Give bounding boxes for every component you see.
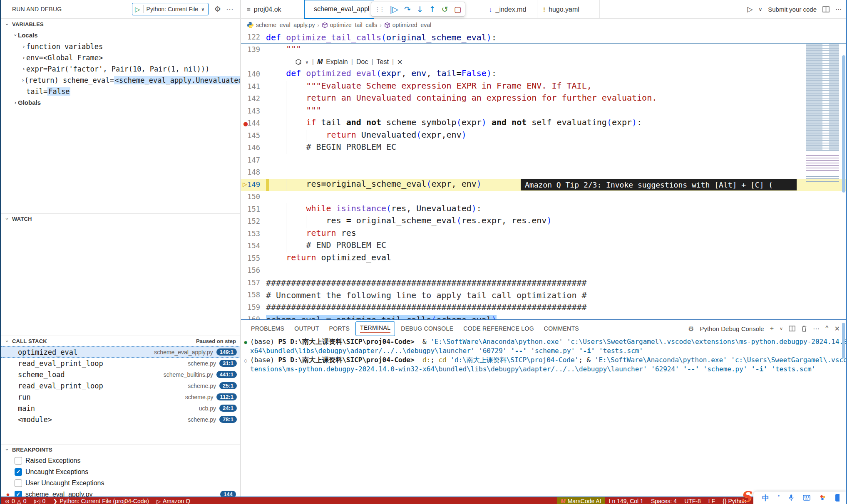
step-out-icon[interactable]: ↑: [429, 5, 436, 13]
code-editor[interactable]: 122 def optimize_tail_calls(original_sch…: [241, 31, 846, 319]
chevron-down-icon[interactable]: ›: [4, 22, 10, 27]
stack-frame-row[interactable]: read_eval_print_loop scheme.py 31:1: [1, 358, 240, 369]
amazon-q-status[interactable]: ▷ Amazon Q: [153, 497, 194, 504]
variable-row[interactable]: ›Locals: [1, 30, 240, 41]
ports-status[interactable]: 0: [30, 497, 50, 504]
panel-tab-terminal[interactable]: TERMINAL: [355, 321, 395, 336]
run-dropdown-chevron-icon[interactable]: ∨: [758, 7, 762, 12]
split-terminal-icon[interactable]: [789, 326, 795, 331]
sogou-logo-icon[interactable]: S: [740, 488, 751, 504]
gutter[interactable]: 140: [241, 68, 266, 81]
keyboard-icon[interactable]: [803, 495, 810, 501]
gutter[interactable]: 152: [241, 215, 266, 228]
drag-grip-icon[interactable]: ⋮⋮: [375, 6, 384, 12]
terminal-dropdown-chevron-icon[interactable]: ∨: [780, 326, 783, 331]
stack-frame-row[interactable]: run scheme.py 112:1: [1, 391, 240, 403]
variable-row[interactable]: ›env = <Global Frame>: [1, 52, 240, 63]
breadcrumb-item[interactable]: optimize_tail_calls: [322, 22, 378, 28]
scrollbar-thumb[interactable]: [842, 55, 845, 193]
more-actions-icon[interactable]: ⋯: [226, 5, 233, 14]
python-interpreter-status[interactable]: ❯ Python: Current File (proj04-Code): [49, 497, 153, 504]
gutter[interactable]: ●144: [241, 117, 266, 130]
stop-icon[interactable]: ▢: [454, 5, 462, 13]
gutter[interactable]: 158: [241, 289, 266, 301]
chevron-down-icon[interactable]: ›: [4, 447, 10, 452]
minimap[interactable]: [804, 31, 841, 319]
breakpoints-header[interactable]: › BREAKPOINTS: [1, 444, 240, 455]
chevron-down-icon[interactable]: ›: [12, 33, 19, 38]
gutter[interactable]: 157: [241, 277, 266, 289]
terminal[interactable]: ● (base) PS D:\南大上课资料\SICP\proj04-Code> …: [241, 338, 846, 497]
chevron-down-icon[interactable]: ›: [4, 217, 10, 222]
step-over-icon[interactable]: ↷: [404, 5, 411, 13]
debug-config-label[interactable]: Python: Current File: [147, 6, 199, 12]
breakpoint-checkbox[interactable]: ✓: [15, 491, 22, 497]
codelens-action[interactable]: Test: [377, 58, 389, 66]
panel-tab-ports[interactable]: PORTS: [325, 323, 354, 334]
codelens-action[interactable]: Explain: [326, 58, 348, 66]
variable-row[interactable]: tail = False: [1, 86, 240, 97]
indentation-status[interactable]: Spaces: 4: [647, 497, 681, 504]
gear-icon[interactable]: ⚙: [214, 5, 221, 14]
panel-tab-problems[interactable]: PROBLEMS: [247, 323, 288, 334]
stack-frame-row[interactable]: main ucb.py 24:1: [1, 403, 240, 414]
toolbar-more-icon[interactable]: [835, 494, 840, 502]
editor-tab-hugo.yaml[interactable]: !hugo.yaml: [537, 0, 600, 19]
gutter[interactable]: 139: [241, 44, 266, 56]
panel-tab-code-reference-log[interactable]: CODE REFERENCE LOG: [459, 323, 538, 334]
gutter[interactable]: 151: [241, 203, 266, 216]
breadcrumb-item[interactable]: optimized_eval: [384, 22, 431, 28]
breakpoint-row[interactable]: ✓ Uncaught Exceptions: [1, 466, 240, 477]
gutter[interactable]: 154: [241, 240, 266, 252]
panel-tab-comments[interactable]: COMMENTS: [540, 323, 583, 334]
debug-config-dropdown[interactable]: ▷ Python: Current File ∨: [132, 3, 209, 15]
variable-row[interactable]: ›(return) scheme_eval = <scheme_eval_app…: [1, 74, 240, 86]
chevron-right-icon[interactable]: ›: [21, 77, 25, 83]
microphone-icon[interactable]: [788, 494, 794, 502]
restart-icon[interactable]: ↺: [442, 5, 448, 13]
variable-row[interactable]: ›expr = Pair('factor', Pair(10, Pair(1, …: [1, 63, 240, 74]
start-debug-icon[interactable]: ▷: [135, 5, 140, 13]
gutter[interactable]: 153: [241, 228, 266, 240]
breakpoint-row[interactable]: Raised Exceptions: [1, 455, 240, 466]
gutter[interactable]: ▷149: [241, 179, 266, 191]
encoding-status[interactable]: UTF-8: [681, 497, 705, 504]
editor-tab-proj04.ok[interactable]: ≡proj04.ok: [241, 0, 304, 19]
breakpoint-checkbox[interactable]: ✓: [15, 468, 22, 476]
terminal-instance-label[interactable]: Python Debug Console: [700, 325, 764, 332]
input-method-toolbar[interactable]: 中 ’: [753, 492, 846, 504]
chevron-right-icon[interactable]: ›: [13, 99, 18, 106]
terminal-scrollbar[interactable]: [842, 323, 845, 358]
breadcrumb-item[interactable]: scheme_eval_apply.py: [247, 22, 315, 29]
gutter[interactable]: 146: [241, 142, 266, 154]
step-into-icon[interactable]: ↓: [417, 5, 423, 13]
punctuation-icon[interactable]: ’: [778, 494, 780, 502]
breakpoint-checkbox[interactable]: [15, 457, 22, 464]
gutter[interactable]: 122: [241, 31, 266, 44]
more-actions-icon[interactable]: ⋯: [813, 325, 820, 333]
stack-frame-row[interactable]: <module> scheme.py 78:1: [1, 414, 240, 425]
run-file-icon[interactable]: ▷: [747, 5, 753, 14]
codelens-action[interactable]: Doc: [356, 58, 368, 66]
chevron-right-icon[interactable]: ›: [21, 43, 26, 49]
panel-tab-output[interactable]: OUTPUT: [290, 323, 323, 334]
new-terminal-icon[interactable]: +: [770, 325, 774, 332]
stack-frame-row[interactable]: optimized_eval scheme_eval_apply.py 149:…: [1, 346, 240, 358]
marscode-status[interactable]: M MarsCode AI: [557, 497, 605, 504]
gutter[interactable]: 150: [241, 191, 266, 203]
chevron-right-icon[interactable]: ›: [21, 54, 26, 61]
stack-frame-row[interactable]: scheme_load scheme_builtins.py 441:1: [1, 369, 240, 380]
chinese-mode-icon[interactable]: 中: [762, 493, 769, 503]
chevron-down-icon[interactable]: ∨: [201, 6, 205, 12]
gutter[interactable]: 142: [241, 93, 266, 105]
variable-row[interactable]: ›function variables: [1, 41, 240, 52]
gutter[interactable]: 145: [241, 130, 266, 142]
gutter[interactable]: 160: [241, 314, 266, 319]
gutter[interactable]: 159: [241, 301, 266, 314]
skin-tool-icon[interactable]: [819, 494, 827, 502]
editor-scrollbar[interactable]: [842, 31, 846, 319]
split-editor-icon[interactable]: [822, 6, 830, 12]
breakpoint-row[interactable]: ● ✓ scheme_eval_apply.py 144: [1, 489, 240, 497]
editor-tab-scheme_eval_appl[interactable]: scheme_eval_appl: [304, 0, 374, 19]
code-line-144[interactable]: ●144 if tail and not scheme_symbolp(expr…: [241, 117, 846, 130]
